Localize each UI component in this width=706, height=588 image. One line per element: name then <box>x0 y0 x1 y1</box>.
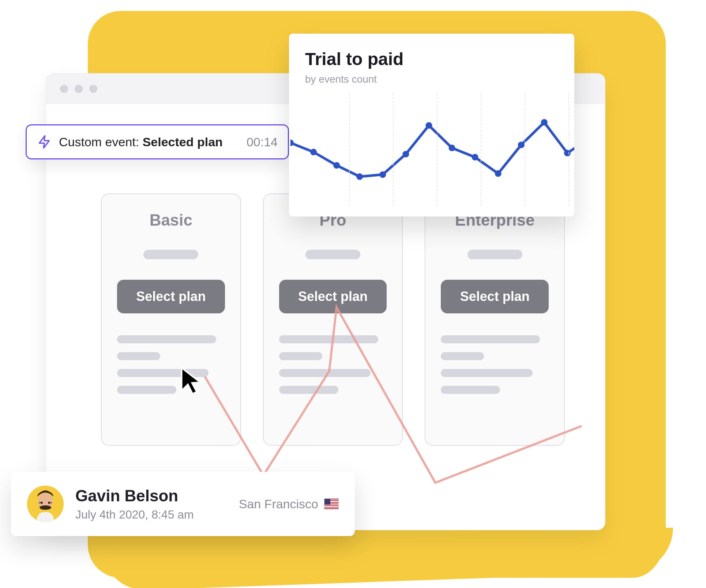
select-plan-button-basic[interactable]: Select plan <box>117 280 225 313</box>
plan-card-pro: Pro Select plan <box>263 193 403 446</box>
traffic-light-dot <box>75 85 83 93</box>
plan-card-enterprise: Enterprise Select plan <box>425 193 565 446</box>
flag-icon <box>324 498 339 509</box>
plan-card-basic: Basic Select plan <box>101 193 241 446</box>
event-name: Selected plan <box>143 135 223 149</box>
svg-point-7 <box>449 145 455 151</box>
svg-point-12 <box>564 150 571 157</box>
skeleton-pill <box>143 250 198 259</box>
svg-point-3 <box>356 173 363 180</box>
svg-point-5 <box>402 151 409 157</box>
event-text: Custom event: Selected plan <box>59 135 239 149</box>
user-location-text: San Francisco <box>239 497 318 511</box>
chart-area <box>305 96 574 206</box>
skeleton-paragraph <box>441 335 549 394</box>
chart-title: Trial to paid <box>305 49 574 69</box>
bolt-icon <box>37 135 52 149</box>
chart-card: Trial to paid by events count <box>289 34 574 216</box>
traffic-light-dot <box>60 85 68 93</box>
traffic-light-dot <box>89 85 97 93</box>
svg-point-10 <box>518 142 525 148</box>
svg-point-9 <box>495 170 502 177</box>
select-plan-button-pro[interactable]: Select plan <box>279 280 387 313</box>
svg-point-2 <box>333 162 340 169</box>
svg-point-4 <box>379 171 386 178</box>
user-date: July 4th 2020, 8:45 am <box>75 508 227 521</box>
user-session-card[interactable]: Gavin Belson July 4th 2020, 8:45 am San … <box>11 472 355 536</box>
event-prefix: Custom event: <box>59 135 143 149</box>
select-plan-button-enterprise[interactable]: Select plan <box>441 280 549 313</box>
user-name: Gavin Belson <box>75 487 227 505</box>
avatar <box>27 486 64 522</box>
custom-event-pill: Custom event: Selected plan 00:14 <box>26 124 289 159</box>
svg-point-8 <box>472 154 478 161</box>
skeleton-paragraph <box>279 335 387 394</box>
svg-point-1 <box>310 149 317 155</box>
svg-point-11 <box>541 119 548 126</box>
skeleton-pill <box>467 250 522 259</box>
event-timestamp: 00:14 <box>247 135 278 149</box>
user-info: Gavin Belson July 4th 2020, 8:45 am <box>75 487 227 521</box>
svg-point-17 <box>48 502 50 504</box>
skeleton-paragraph <box>117 335 225 394</box>
chart-subtitle: by events count <box>305 74 574 85</box>
chart-line <box>290 96 574 206</box>
svg-point-6 <box>426 122 432 129</box>
user-location: San Francisco <box>239 497 339 511</box>
svg-point-16 <box>41 502 43 504</box>
skeleton-pill <box>305 250 360 259</box>
plans-row: Basic Select plan Pro Select plan <box>101 190 565 446</box>
plan-title: Basic <box>117 211 225 229</box>
